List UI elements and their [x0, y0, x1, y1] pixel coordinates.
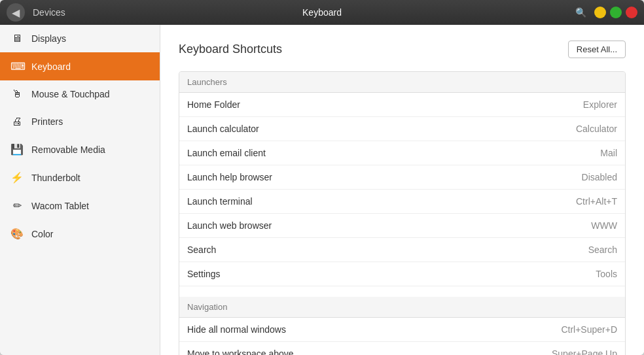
page-title: Keyboard Shortcuts — [179, 42, 282, 56]
main-content: Keyboard Shortcuts Reset All... Launcher… — [160, 25, 644, 355]
shortcut-value: Tools — [596, 269, 617, 279]
sidebar-item-label: Color — [31, 229, 53, 239]
shortcut-row[interactable]: Launch calculator Calculator — [179, 117, 625, 141]
wacom-icon: ✏ — [10, 199, 24, 212]
color-icon: 🎨 — [10, 228, 24, 240]
navigation-header: Navigation — [179, 297, 625, 318]
shortcut-row[interactable]: Launch email client Mail — [179, 141, 625, 165]
shortcut-row[interactable]: Launch web browser WWW — [179, 214, 625, 238]
sidebar-item-keyboard[interactable]: ⌨ Keyboard — [0, 52, 160, 80]
launchers-header: Launchers — [179, 72, 625, 93]
sidebar-item-label: Thunderbolt — [31, 173, 80, 183]
back-button[interactable]: ◀ — [7, 3, 25, 22]
minimize-button[interactable] — [594, 7, 606, 18]
shortcut-value: WWW — [591, 220, 617, 231]
search-button[interactable]: 🔍 — [572, 3, 590, 22]
printer-icon: 🖨 — [10, 116, 24, 127]
sidebar-item-mouse[interactable]: 🖱 Mouse & Touchpad — [0, 80, 160, 108]
shortcut-row[interactable]: Launch terminal Ctrl+Alt+T — [179, 190, 625, 214]
shortcut-value: Explorer — [583, 99, 617, 110]
shortcut-value: Search — [588, 245, 617, 255]
shortcut-name: Home Folder — [187, 99, 240, 110]
back-icon: ◀ — [12, 7, 20, 19]
shortcut-name: Launch web browser — [187, 220, 272, 231]
sidebar-item-label: Removable Media — [31, 144, 105, 155]
shortcuts-table: Launchers Home Folder Explorer Launch ca… — [179, 71, 626, 355]
shortcut-name: Move to workspace above — [187, 348, 294, 355]
keyboard-icon: ⌨ — [10, 60, 24, 73]
sidebar-item-thunderbolt[interactable]: ⚡ Thunderbolt — [0, 163, 160, 192]
sidebar-item-displays[interactable]: 🖥 Displays — [0, 25, 160, 52]
mouse-icon: 🖱 — [10, 88, 24, 100]
shortcut-value: Super+Page Up — [552, 348, 617, 355]
shortcut-name: Launch terminal — [187, 196, 253, 207]
window-title: Keyboard — [302, 7, 342, 18]
shortcut-value: Ctrl+Super+D — [561, 324, 617, 335]
close-button[interactable] — [626, 7, 637, 18]
shortcut-name: Settings — [187, 269, 221, 279]
shortcut-row[interactable]: Search Search — [179, 238, 625, 262]
reset-all-button[interactable]: Reset All... — [568, 41, 626, 58]
sidebar-item-label: Wacom Tablet — [31, 201, 89, 211]
titlebar: ◀ Devices Keyboard 🔍 — [0, 0, 644, 25]
shortcut-value: Disabled — [582, 172, 617, 182]
sidebar-item-label: Mouse & Touchpad — [31, 89, 110, 99]
shortcut-value: Ctrl+Alt+T — [576, 196, 617, 207]
sidebar-item-color[interactable]: 🎨 Color — [0, 220, 160, 248]
shortcut-name: Launch calculator — [187, 124, 259, 134]
shortcut-row[interactable]: Hide all normal windows Ctrl+Super+D — [179, 318, 625, 342]
maximize-button[interactable] — [610, 7, 622, 18]
shortcut-row[interactable]: Launch help browser Disabled — [179, 165, 625, 190]
shortcut-value: Mail — [600, 148, 617, 158]
sidebar: 🖥 Displays ⌨ Keyboard 🖱 Mouse & Touchpad… — [0, 25, 160, 355]
shortcut-value: Calculator — [576, 124, 617, 134]
shortcut-name: Search — [187, 245, 216, 255]
shortcut-name: Launch help browser — [187, 172, 272, 182]
section-divider — [179, 286, 625, 297]
shortcut-name: Launch email client — [187, 148, 266, 158]
sidebar-item-label: Displays — [31, 33, 66, 44]
main-header: Keyboard Shortcuts Reset All... — [179, 41, 626, 58]
sidebar-item-label: Keyboard — [31, 61, 71, 72]
app-window: ◀ Devices Keyboard 🔍 🖥 Displays ⌨ Keyboa… — [0, 0, 644, 355]
shortcut-row[interactable]: Home Folder Explorer — [179, 93, 625, 117]
removable-icon: 💾 — [10, 143, 24, 156]
sidebar-item-printers[interactable]: 🖨 Printers — [0, 108, 160, 135]
window-controls: 🔍 — [572, 3, 637, 22]
content-area: 🖥 Displays ⌨ Keyboard 🖱 Mouse & Touchpad… — [0, 25, 644, 355]
sidebar-item-label: Printers — [31, 116, 63, 127]
sidebar-item-removable[interactable]: 💾 Removable Media — [0, 135, 160, 163]
shortcut-name: Hide all normal windows — [187, 324, 286, 335]
section-title: Devices — [33, 7, 65, 18]
shortcut-row[interactable]: Settings Tools — [179, 262, 625, 286]
shortcut-row[interactable]: Move to workspace above Super+Page Up — [179, 342, 625, 355]
sidebar-item-wacom[interactable]: ✏ Wacom Tablet — [0, 192, 160, 220]
displays-icon: 🖥 — [10, 33, 24, 44]
thunderbolt-icon: ⚡ — [10, 171, 24, 184]
